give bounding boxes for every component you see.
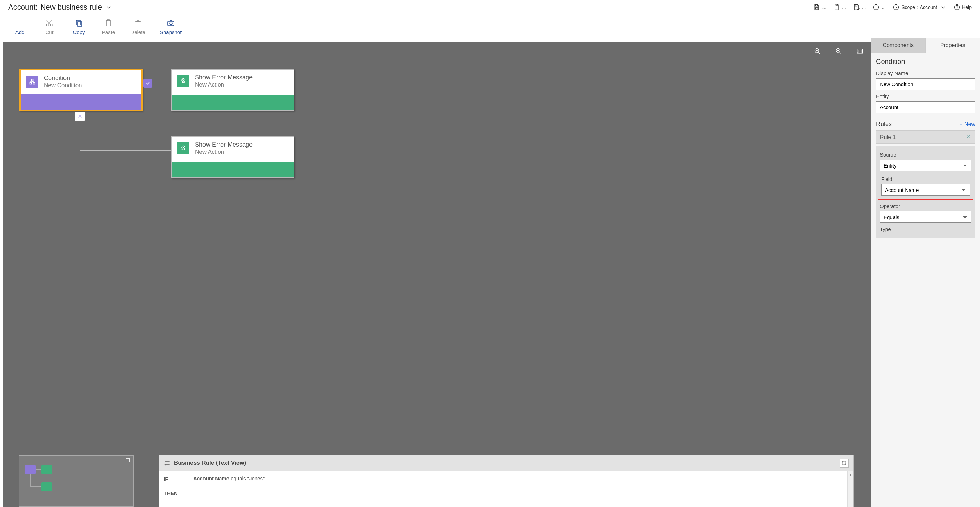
- fit-screen-button[interactable]: [855, 46, 865, 56]
- rule-title-dropdown[interactable]: Account: New business rule: [8, 3, 112, 12]
- scope-label: Scope :: [901, 5, 918, 10]
- error-action-icon: [177, 142, 189, 155]
- condition-icon: [26, 75, 38, 88]
- help-button[interactable]: Help: [954, 4, 972, 11]
- minimap-connector: [30, 474, 31, 486]
- power-icon: [873, 4, 880, 11]
- source-label: Source: [880, 152, 971, 158]
- question-icon: [954, 4, 961, 11]
- saveas-menu-button[interactable]: [853, 4, 866, 11]
- scope-value: Account: [920, 5, 937, 10]
- node-title: Condition: [44, 75, 82, 82]
- source-select[interactable]: Entity: [880, 159, 971, 171]
- svg-rect-47: [842, 461, 846, 465]
- text-view-scrollbar[interactable]: ▴: [847, 471, 853, 507]
- fullscreen-icon: [856, 48, 863, 54]
- node-strip: [21, 94, 142, 110]
- svg-rect-0: [816, 8, 818, 9]
- copy-button[interactable]: Copy: [72, 19, 86, 35]
- plus-icon: [16, 19, 24, 27]
- svg-line-27: [840, 52, 841, 54]
- text-view-title: Business Rule (Text View): [174, 460, 246, 467]
- text-view-panel: Business Rule (Text View) IF THEN Accoun…: [159, 455, 854, 507]
- add-button[interactable]: Add: [12, 19, 27, 35]
- cut-button[interactable]: Cut: [42, 19, 57, 35]
- action-node-2[interactable]: Show Error Message New Action: [171, 136, 294, 178]
- svg-point-22: [170, 22, 172, 25]
- rule-delete-icon[interactable]: [966, 134, 971, 141]
- title-name: New business rule: [40, 3, 102, 12]
- minimap-node: [41, 482, 52, 491]
- condition-node[interactable]: Condition New Condition: [19, 69, 143, 111]
- zoom-in-icon: [835, 48, 842, 54]
- display-name-label: Display Name: [876, 70, 975, 76]
- paste-button[interactable]: Paste: [101, 19, 116, 35]
- if-expression: Account Name equals "Jones": [193, 475, 842, 481]
- delete-button[interactable]: Delete: [130, 19, 145, 35]
- minimap-connector: [36, 469, 41, 470]
- copy-icon: [75, 19, 83, 27]
- svg-rect-18: [136, 21, 140, 26]
- ellipsis-icon: [821, 5, 826, 10]
- operator-label: Operator: [880, 203, 971, 209]
- toolbar: Add Cut Copy Paste Delete Snapshot: [0, 16, 980, 38]
- entity-label: Entity: [876, 93, 975, 99]
- zoom-out-button[interactable]: [813, 46, 822, 56]
- top-bar: Account: New business rule Scope : Accou…: [0, 0, 980, 16]
- zoom-in-button[interactable]: [834, 46, 843, 56]
- ellipsis-icon: [861, 5, 866, 10]
- ellipsis-icon: [842, 5, 846, 10]
- minimap-node: [25, 465, 36, 474]
- svg-rect-14: [76, 20, 80, 25]
- node-subtitle: New Condition: [44, 82, 82, 89]
- field-select[interactable]: Account Name: [881, 184, 970, 196]
- connector-line: [80, 120, 80, 189]
- error-action-icon: [177, 75, 189, 87]
- svg-rect-33: [33, 82, 35, 84]
- canvas-area: Condition New Condition: [0, 38, 871, 507]
- save-icon: [813, 4, 820, 11]
- field-label: Field: [881, 176, 970, 182]
- true-path-badge: [143, 79, 152, 88]
- svg-rect-15: [78, 22, 82, 26]
- tab-components[interactable]: Components: [871, 38, 926, 53]
- snapshot-button[interactable]: Snapshot: [160, 19, 181, 35]
- entity-input[interactable]: [876, 101, 975, 113]
- node-subtitle: New Action: [195, 148, 253, 156]
- svg-rect-32: [30, 82, 32, 84]
- svg-line-24: [818, 52, 820, 54]
- node-subtitle: New Action: [195, 81, 253, 88]
- activate-menu-button[interactable]: [873, 4, 886, 11]
- action-node-1[interactable]: Show Error Message New Action: [171, 69, 294, 111]
- paste-icon: [104, 19, 113, 27]
- connector-line: [80, 150, 171, 151]
- node-strip: [172, 163, 294, 177]
- list-settings-icon: [164, 460, 170, 467]
- title-prefix: Account:: [8, 3, 38, 12]
- new-rule-button[interactable]: + New: [959, 121, 975, 128]
- expand-icon: [842, 460, 847, 466]
- zoom-out-icon: [814, 48, 821, 54]
- if-keyword: IF: [164, 476, 193, 482]
- text-view-expand-button[interactable]: [840, 459, 849, 467]
- properties-section-title: Condition: [876, 58, 975, 65]
- rule-1-header[interactable]: Rule 1: [876, 131, 975, 144]
- help-label: Help: [962, 5, 972, 10]
- scope-selector[interactable]: Scope : Account: [892, 4, 947, 11]
- clipboard-icon: [833, 4, 840, 11]
- save-menu-button[interactable]: [813, 4, 826, 11]
- designer-canvas[interactable]: Condition New Condition: [3, 41, 871, 507]
- validate-menu-button[interactable]: [833, 4, 846, 11]
- display-name-input[interactable]: [876, 78, 975, 90]
- scissors-icon: [45, 19, 54, 27]
- field-highlight-box: Field Account Name: [878, 173, 974, 200]
- chevron-down-icon: [940, 4, 947, 11]
- minimap[interactable]: [19, 455, 134, 507]
- operator-select[interactable]: Equals: [880, 211, 971, 223]
- save-as-icon: [853, 4, 860, 11]
- tab-properties[interactable]: Properties: [926, 38, 980, 53]
- type-label: Type: [880, 226, 971, 232]
- then-keyword: THEN: [164, 490, 193, 496]
- properties-panel: Components Properties Condition Display …: [871, 38, 980, 507]
- ellipsis-icon: [881, 5, 886, 10]
